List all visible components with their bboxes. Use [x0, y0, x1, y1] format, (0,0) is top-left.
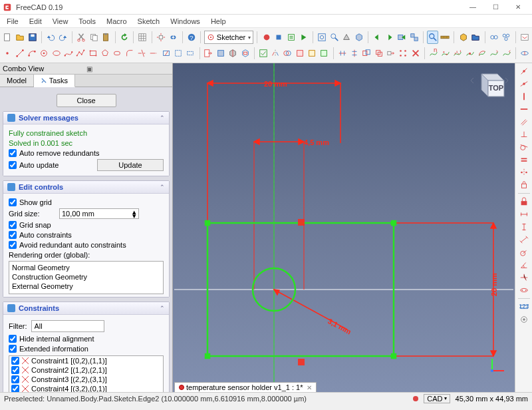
group-icon[interactable] [470, 31, 481, 44]
extend-icon[interactable] [148, 47, 159, 60]
clone-icon[interactable] [361, 47, 372, 60]
delete-constr-icon[interactable] [410, 47, 420, 60]
construction-icon[interactable] [185, 47, 196, 60]
auto-constraints-checkbox[interactable]: Auto constraints [9, 231, 72, 239]
list-item[interactable]: Constraint3 [(2,2),(3,1)] [9, 375, 163, 384]
distance-icon[interactable] [517, 234, 531, 246]
menu-view[interactable]: View [49, 16, 72, 27]
dist-v-icon[interactable] [517, 221, 531, 233]
slot-icon[interactable] [112, 47, 122, 60]
carbon-icon[interactable] [173, 47, 184, 60]
filter-select[interactable]: All [31, 320, 104, 332]
panel-constraints-header[interactable]: Constraints ⌃ [3, 302, 169, 315]
perpendicular-icon[interactable] [517, 128, 531, 140]
arc-icon[interactable] [27, 47, 37, 60]
menu-edit[interactable]: Edit [25, 16, 46, 27]
menu-windows[interactable]: Windows [166, 16, 204, 27]
vertical-icon[interactable] [517, 91, 531, 102]
list-item[interactable]: Construction Geometry [12, 272, 160, 282]
nav-cube[interactable]: TOP [469, 69, 509, 104]
dim-top[interactable]: 20 mm [264, 80, 287, 88]
macro-stop-icon[interactable] [273, 31, 285, 44]
hide-internal-checkbox[interactable]: Hide internal alignment [9, 335, 94, 343]
menu-file[interactable]: File [3, 16, 23, 27]
radius-icon[interactable] [517, 246, 531, 258]
panel-edit-header[interactable]: Edit controls ⌃ [3, 181, 169, 194]
tab-model[interactable]: Model [0, 75, 34, 87]
select-redundant-icon[interactable] [307, 47, 317, 60]
bspline-incdeg-icon[interactable] [489, 47, 499, 60]
open-icon[interactable] [15, 31, 26, 44]
tangent-icon[interactable] [517, 141, 531, 153]
array-icon[interactable] [398, 47, 408, 60]
paste-icon[interactable] [100, 31, 112, 44]
bspline-decdeg-icon[interactable] [501, 47, 512, 60]
whatsthis-icon[interactable]: ? [186, 31, 197, 44]
menu-sketch[interactable]: Sketch [134, 16, 164, 27]
macro-record-icon[interactable] [261, 31, 272, 44]
list-item[interactable]: Constraint1 [(0,2),(1,1)] [9, 356, 163, 365]
bbox-icon[interactable] [353, 31, 364, 44]
external-icon[interactable] [160, 47, 171, 60]
point-on-icon[interactable] [517, 78, 531, 90]
close-button[interactable]: Close [57, 94, 116, 107]
render-order-list[interactable]: Normal Geometry Construction Geometry Ex… [9, 261, 164, 294]
close-icon[interactable]: ✕ [307, 384, 312, 391]
part-icon[interactable] [458, 31, 469, 44]
horizontal-icon[interactable] [517, 103, 531, 115]
constraint-list[interactable]: Constraint1 [(0,2),(1,1)] Constraint2 [(… [9, 355, 164, 392]
parallel-icon[interactable] [517, 116, 531, 128]
macro-run-icon[interactable] [298, 31, 309, 44]
dim-mid[interactable]: 4,5 mm [304, 138, 329, 146]
auto-update-checkbox[interactable]: Auto update [9, 161, 59, 169]
link-group-icon[interactable] [501, 31, 512, 44]
trim-icon[interactable] [136, 47, 147, 60]
coincident-icon[interactable] [517, 65, 531, 77]
sym-v-icon[interactable] [349, 47, 360, 60]
map-sketch-icon[interactable] [239, 47, 250, 60]
mirror-icon[interactable] [270, 47, 281, 60]
dim-radius[interactable]: 3,1 mm [327, 317, 352, 335]
nav-mode-selector[interactable]: CAD ▾ [424, 394, 450, 403]
ellipse-icon[interactable] [51, 47, 61, 60]
rect-icon[interactable] [87, 47, 98, 60]
refresh-icon[interactable] [118, 31, 130, 44]
new-doc-icon[interactable] [2, 31, 13, 44]
toggle-driving-icon[interactable]: 123 [517, 301, 531, 313]
link-icon[interactable] [168, 31, 179, 44]
transform-icon[interactable] [155, 31, 166, 44]
move-sk-icon[interactable] [386, 47, 396, 60]
internal-align-icon[interactable] [517, 284, 531, 296]
avoid-redundant-checkbox[interactable]: Avoid redundant auto constraints [9, 241, 126, 249]
bspline-knot-icon[interactable] [465, 47, 475, 60]
menu-help[interactable]: Help [207, 16, 230, 27]
bspline-convert-icon[interactable] [477, 47, 487, 60]
tab-tasks[interactable]: Tasks [34, 75, 75, 87]
virtual-space-icon[interactable] [519, 47, 530, 60]
angle-icon[interactable] [517, 259, 531, 271]
polyline-icon[interactable] [75, 47, 86, 60]
workbench-selector[interactable]: Sketcher ▾ [204, 31, 254, 44]
list-item[interactable]: Constraint4 [(3,2),(0,1)] [9, 384, 163, 392]
list-item[interactable]: Normal Geometry [12, 263, 160, 272]
poly-icon[interactable] [100, 47, 110, 60]
view-sketch-icon[interactable] [215, 47, 226, 60]
merge-icon[interactable] [282, 47, 293, 60]
activate-icon[interactable] [517, 313, 531, 325]
spinner-icon[interactable]: ▴▾ [132, 210, 136, 218]
validate-icon[interactable] [257, 47, 268, 60]
link-go-icon[interactable] [396, 31, 408, 44]
redo-icon[interactable] [57, 31, 68, 44]
grid-snap-checkbox[interactable]: Grid snap [9, 221, 51, 229]
equal-icon[interactable] [517, 154, 531, 166]
document-tab[interactable]: temperature sensor holder v1_1 : 1* ✕ [174, 382, 317, 392]
select-dofs-icon[interactable] [319, 47, 329, 60]
undo-icon[interactable] [45, 31, 57, 44]
select-conflict-icon[interactable] [295, 47, 305, 60]
snell-icon[interactable] [517, 272, 531, 284]
bspline-icon[interactable] [63, 47, 74, 60]
save-icon[interactable] [27, 31, 38, 44]
maximize-button[interactable]: ☐ [484, 0, 507, 15]
cut-icon[interactable] [76, 31, 87, 44]
viewport-3d[interactable]: 20 mm 4,5 mm 3,1 mm 20 mm [173, 63, 515, 392]
